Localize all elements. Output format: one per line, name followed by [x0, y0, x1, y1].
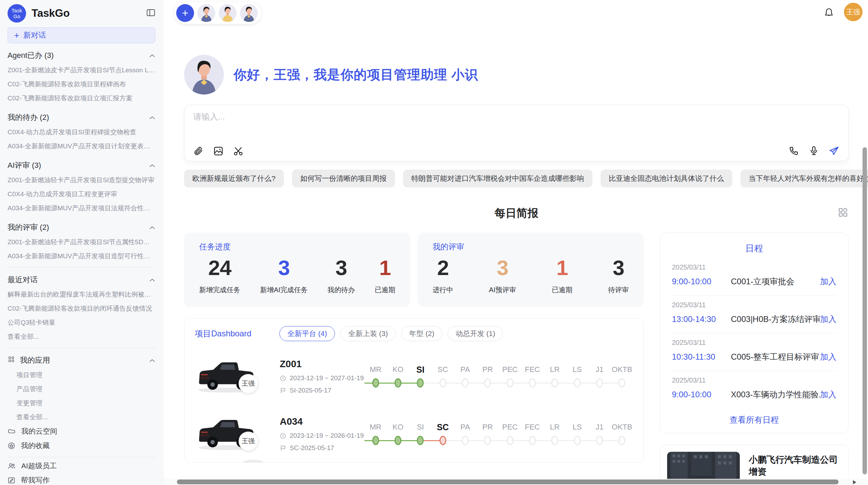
milestone-dot-row	[521, 376, 543, 390]
cloud-folder-icon	[8, 427, 16, 435]
stat-items: 2进行中3AI预评审1已逾期3待评审	[433, 256, 629, 295]
dashboard-filter-chip[interactable]: 全新平台 (4)	[279, 326, 335, 341]
project-row[interactable]: 王强A0342023-12-19 ~ 2026-01-19SC-2025-05-…	[195, 412, 633, 456]
sidebar-task-item[interactable]: A034-全新新能源MUV产品开发项目造型可行性评审	[8, 249, 155, 263]
sidebar-tool[interactable]: AI超级员工	[8, 459, 155, 473]
suggestion-chip[interactable]: 当下年轻人对汽车外观有怎样的喜好趋势	[740, 170, 868, 187]
app-title: TaskGo	[32, 7, 141, 20]
attachment-icon[interactable]	[193, 146, 204, 156]
milestone-dot-row	[364, 376, 387, 390]
dashboard-filter-chip[interactable]: 年型 (2)	[401, 326, 442, 341]
sidebar-task-item[interactable]: A034-全新新能源MUV产品开发项目计划变更表编写	[8, 139, 155, 153]
user-avatar[interactable]: 王强	[844, 3, 863, 21]
layout-grid-icon[interactable]	[837, 207, 849, 220]
sidebar-section-header[interactable]: 我的应用	[8, 353, 155, 368]
event-time: 10:30-11:30	[672, 352, 731, 362]
sidebar-section-header[interactable]: Agent已办 (3)	[8, 48, 155, 63]
dashboard-filter-chip[interactable]: 动总开发 (1)	[448, 326, 503, 341]
scroll-right-arrow-icon[interactable]	[853, 480, 856, 484]
sidebar-collapse-icon[interactable]	[146, 9, 155, 18]
project-dates: 2023-12-19 ~ 2026-01-19	[280, 432, 364, 439]
avatar-man[interactable]	[197, 4, 215, 22]
milestone-label: KO	[387, 421, 409, 433]
milestone-dot	[372, 436, 379, 445]
project-flag: SC-2025-05-17	[280, 444, 364, 452]
stat-items: 24新增完成任务3新增AI完成任务3我的待办1已逾期	[199, 256, 395, 295]
sidebar: Task Go TaskGo + 新对话 Agent已办 (3)Z001-全新燃…	[0, 0, 163, 485]
sidebar-task-item[interactable]: Z001-全新燃油轻卡产品开发项目SI节点属性5D文件评审	[8, 235, 155, 249]
milestone-dot-row	[521, 433, 543, 448]
event-date: 2025/03/11	[672, 376, 836, 384]
milestone-dot	[462, 436, 469, 445]
sidebar-section-header[interactable]: 最近对话	[8, 272, 155, 287]
suggestion-chip[interactable]: 欧洲新规最近颁布了什么?	[184, 170, 284, 187]
project-row[interactable]: 王强Z0012023-12-19 ~ 2027-01-19SI-2025-05-…	[195, 354, 633, 399]
sidebar-task-item[interactable]: Z001-全新燃油轻卡产品开发项目SI造型提交物评审	[8, 173, 155, 187]
chevron-up-icon	[149, 51, 155, 60]
new-chat-label: 新对话	[23, 30, 46, 40]
sidebar-app-item[interactable]: 产品管理	[8, 382, 155, 396]
sidebar-section-header[interactable]: 我的待办 (2)	[8, 110, 155, 125]
recent-chat-item[interactable]: 查看全部...	[8, 329, 155, 344]
avatar-woman-2[interactable]	[240, 4, 258, 22]
sidebar-task-item[interactable]: A034-全新新能源MUV产品开发项目法规符合性评审	[8, 201, 155, 215]
milestone-label: LS	[566, 421, 588, 433]
sidebar-app-item[interactable]: 项目管理	[8, 368, 155, 382]
sidebar-section-header[interactable]: AI评审 (3)	[8, 158, 155, 173]
milestone-dot-row	[611, 376, 633, 390]
notification-bell-icon[interactable]	[824, 8, 834, 19]
milestone-dot-row	[364, 433, 387, 448]
project-info: Z0012023-12-19 ~ 2027-01-19SI-2025-05-17	[277, 359, 364, 394]
suggestion-chip[interactable]: 比亚迪全固态电池计划具体说了什么	[601, 170, 732, 187]
scissors-icon[interactable]	[233, 146, 243, 156]
sidebar-tool[interactable]: 帮我写作	[8, 473, 155, 485]
schedule-title: 日程	[672, 242, 836, 254]
milestone: OKTB	[611, 421, 633, 448]
recent-chat-item[interactable]: 解释最新出台的欧盟报废车法规再生塑料比例被调至15%...	[8, 287, 155, 301]
send-icon[interactable]	[829, 145, 840, 156]
dashboard-filter-chip[interactable]: 全新上装 (3)	[340, 326, 396, 341]
sidebar-task-item[interactable]: C02-飞腾新能源轻客改款项目里程碑画布	[8, 77, 155, 91]
recent-chat-item[interactable]: C02-飞腾新能源轻客改款项目的闭环通告反馈情况	[8, 301, 155, 315]
sidebar-link-star-badge[interactable]: 我的收藏	[8, 438, 155, 453]
new-chat-button[interactable]: + 新对话	[8, 27, 155, 43]
image-icon[interactable]	[213, 146, 224, 156]
stat-label: 已逾期	[375, 285, 395, 295]
chevron-up-icon	[149, 161, 155, 170]
milestone-dot-row	[432, 376, 454, 390]
stat-item: 3新增AI完成任务	[260, 256, 308, 295]
sidebar-app-item[interactable]: 查看全部...	[8, 410, 155, 424]
chat-input[interactable]	[193, 112, 840, 122]
join-link[interactable]: 加入	[820, 389, 836, 400]
sidebar-section-header[interactable]: 我的评审 (2)	[8, 220, 155, 235]
join-link[interactable]: 加入	[820, 351, 836, 362]
sidebar-sections: Agent已办 (3)Z001-全新燃油皮卡产品开发项目SI节点Lesson L…	[8, 48, 155, 485]
milestone: SC	[432, 363, 454, 390]
horizontal-scrollbar[interactable]	[177, 480, 839, 484]
milestone-dot-row	[588, 433, 611, 448]
sidebar-task-item[interactable]: C02-飞腾新能源轻客改款项目立项汇报方案	[8, 91, 155, 105]
join-link[interactable]: 加入	[820, 314, 836, 325]
milestone-dot-row	[499, 433, 521, 448]
avatar-woman-1[interactable]	[219, 4, 237, 22]
sidebar-link-cloud-folder[interactable]: 我的云空间	[8, 424, 155, 438]
suggestion-chip[interactable]: 特朗普可能对进口汽车增税会对中国车企造成哪些影响	[403, 170, 592, 187]
schedule-event: 2025/03/119:00-10:00C001-立项审批会加入	[672, 258, 836, 296]
add-agent-button[interactable]: +	[176, 4, 194, 22]
sidebar-task-item[interactable]: C0X4-动力总成开发项目SI里程碑提交物检查	[8, 125, 155, 139]
greeting-block: 你好，王强，我是你的项目管理助理 小识	[184, 55, 849, 95]
view-all-schedule-link[interactable]: 查看所有日程	[672, 414, 836, 425]
sidebar-app-item[interactable]: 变更管理	[8, 396, 155, 410]
suggestion-chip[interactable]: 如何写一份清晰的项目周报	[292, 170, 395, 187]
milestone-dot	[462, 378, 469, 388]
apps-grid-icon	[8, 356, 15, 365]
sidebar-task-item[interactable]: Z001-全新燃油皮卡产品开发项目SI节点Lesson Learn报告	[8, 63, 155, 77]
join-link[interactable]: 加入	[820, 276, 836, 287]
project-image: 王强	[195, 412, 277, 456]
microphone-icon[interactable]	[809, 146, 819, 156]
vertical-scrollbar[interactable]	[863, 147, 867, 474]
phone-icon[interactable]	[789, 146, 799, 156]
sidebar-task-item[interactable]: C0X4-动力总成开发项目工程变更评审	[8, 187, 155, 201]
recent-chat-item[interactable]: 公司Q3轻卡销量	[8, 315, 155, 329]
milestone-dot-row	[477, 433, 499, 448]
